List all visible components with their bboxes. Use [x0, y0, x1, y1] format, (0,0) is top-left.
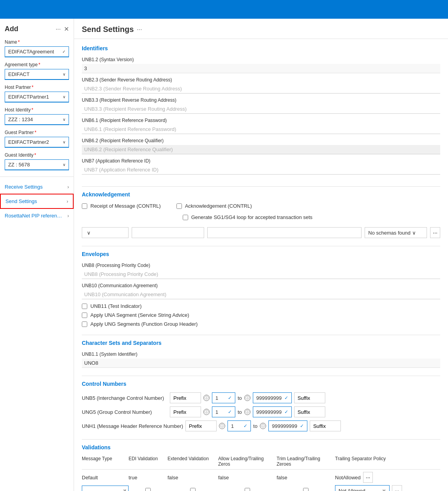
unb61-input[interactable] — [82, 125, 440, 134]
ung5-prefix-input[interactable] — [170, 406, 201, 417]
val-input-trim-leading-container — [277, 488, 335, 491]
check-icon: ✓ — [228, 395, 232, 401]
unh1-label: UNH1 (Message Header Reference Number) — [82, 423, 183, 429]
guest-partner-field-group: Guest Partner* EDIFACTPartner2 ∨ — [0, 130, 74, 152]
una-segment-checkbox-row: Apply UNA Segment (Service String Advice… — [82, 312, 440, 318]
unb11-checkbox[interactable] — [82, 304, 87, 309]
receipt-message-checkbox[interactable] — [82, 203, 87, 209]
host-partner-label: Host Partner* — [5, 85, 69, 90]
unb23-input[interactable] — [82, 84, 440, 94]
divider — [0, 177, 74, 177]
unh1-suffix-input[interactable] — [310, 420, 341, 431]
sidebar-close-button[interactable]: ✕ — [64, 25, 69, 33]
schema-more-button[interactable]: ··· — [430, 227, 440, 238]
unh1-prefix-input[interactable] — [185, 420, 217, 431]
chevron-right-icon: › — [67, 184, 69, 190]
acknowledgement-contrl-checkbox[interactable] — [176, 203, 182, 209]
ung5-to-value[interactable]: 999999999 ✓ — [253, 406, 292, 417]
val-default-more-button[interactable]: ··· — [363, 472, 373, 483]
unb7-input[interactable] — [82, 165, 440, 175]
chevron-down-icon: ∨ — [123, 488, 127, 491]
chevron-down-icon: ∨ — [63, 117, 65, 122]
not-allowed-dropdown[interactable]: Not Allowed ∨ — [335, 485, 390, 491]
unb5-to-info-icon[interactable]: ⓘ — [244, 395, 250, 401]
separator-1 — [82, 186, 440, 187]
unh1-from-value[interactable]: 1 ✓ — [228, 420, 251, 431]
chevron-down-icon: ∨ — [63, 140, 65, 144]
unb8-input[interactable] — [82, 270, 440, 279]
unb5-from-value[interactable]: 1 ✓ — [212, 392, 235, 403]
separator-2 — [82, 246, 440, 246]
ack-controls-row: ∨ No schemas found ∨ ··· — [82, 227, 440, 238]
unb12-field-group: UNB1.2 (Syntax Version) 3 — [82, 57, 440, 73]
ung5-from-value[interactable]: 1 ✓ — [212, 406, 235, 417]
identifiers-section: Identifiers UNB1.2 (Syntax Version) 3 UN… — [82, 45, 440, 178]
sidebar-item-send-settings[interactable]: Send Settings › — [0, 194, 74, 209]
ung5-info-icon[interactable]: ⓘ — [203, 409, 210, 415]
agreement-type-field-group: Agreement type* EDIFACT ∨ — [0, 62, 74, 85]
unb7-label: UNB7 (Application Reference ID) — [82, 158, 440, 164]
ack-input-1[interactable] — [132, 227, 204, 238]
control-to-label-3: to — [253, 423, 258, 429]
ack-input-2[interactable] — [207, 227, 362, 238]
unb12-label: UNB1.2 (Syntax Version) — [82, 57, 440, 62]
name-select[interactable]: EDIFACTAgreement ✓ — [5, 46, 69, 57]
unb5-info-icon[interactable]: ⓘ — [203, 395, 210, 401]
unb5-prefix-input[interactable] — [170, 392, 201, 403]
host-partner-select[interactable]: EDIFACTPartner1 ∨ — [5, 92, 69, 102]
val-input-more-button[interactable]: ··· — [392, 485, 402, 491]
ung5-to-info-icon[interactable]: ⓘ — [244, 409, 250, 415]
guest-partner-select[interactable]: EDIFACTPartner2 ∨ — [5, 137, 69, 148]
generate-sg1-checkbox-row: Generate SG1/SG4 loop for accepted trans… — [176, 214, 312, 220]
acknowledgement-section: Acknowledgement Receipt of Message (CONT… — [82, 191, 440, 238]
ung-segments-checkbox[interactable] — [82, 321, 87, 327]
separator-4 — [82, 376, 440, 376]
una-segment-checkbox[interactable] — [82, 313, 87, 318]
chevron-down-icon: ∨ — [63, 162, 65, 167]
val-default-trailing-sep: NotAllowed — [335, 475, 361, 480]
check-icon: ✓ — [228, 409, 232, 415]
main-header: Send Settings ··· — [74, 19, 448, 39]
unb62-input[interactable] — [82, 145, 440, 154]
val-trim-leading-checkbox[interactable] — [303, 488, 309, 491]
sidebar-header: Add ··· ✕ — [0, 25, 74, 39]
sidebar-more-button[interactable]: ··· — [56, 26, 61, 33]
unh1-info-icon[interactable]: ⓘ — [219, 423, 225, 429]
ack-type-dropdown[interactable]: ∨ — [82, 227, 129, 238]
ung-segments-label: Apply UNG Segments (Function Group Heade… — [90, 321, 198, 327]
unb10-label: UNB10 (Communication Agreement) — [82, 283, 440, 288]
main-more-button[interactable]: ··· — [137, 26, 142, 33]
control-numbers-section: Control Numbers UNB5 (Interchange Contro… — [82, 381, 440, 431]
val-default-trailing-sep-container: NotAllowed ··· — [335, 472, 440, 483]
sidebar-item-rosettanet[interactable]: RosettaNet PIP referen… › — [0, 209, 74, 223]
acknowledgement-section-title: Acknowledgement — [82, 191, 440, 199]
unb33-field-group: UNB3.3 (Recipient Reverse Routing Addres… — [82, 97, 440, 118]
generate-sg1-checkbox[interactable] — [183, 215, 188, 220]
unb10-input[interactable] — [82, 290, 440, 299]
schema-dropdown[interactable]: No schemas found ∨ — [365, 227, 427, 238]
ung5-suffix-input[interactable] — [294, 406, 325, 417]
name-label: Name* — [5, 39, 69, 45]
val-header-trailing-sep: Trailing Separator Policy — [335, 456, 440, 467]
receipt-message-label: Receipt of Message (CONTRL) — [90, 203, 161, 209]
host-identity-select[interactable]: ZZZ : 1234 ∨ — [5, 114, 69, 125]
unb5-to-value[interactable]: 999999999 ✓ — [253, 392, 292, 403]
guest-identity-select[interactable]: ZZ : 5678 ∨ — [5, 159, 69, 170]
val-allow-leading-checkbox[interactable] — [245, 488, 250, 491]
ung5-label: UNG5 (Group Control Number) — [82, 409, 168, 415]
val-input-allow-leading-container — [218, 488, 277, 491]
unb11-label: UNB11 (Test Indicator) — [90, 303, 142, 309]
unh1-to-value[interactable]: 999999999 ✓ — [268, 420, 307, 431]
char-sets-section-title: Character Sets and Separators — [82, 340, 440, 348]
unb5-suffix-input[interactable] — [294, 392, 325, 403]
unb5-label: UNB5 (Interchange Control Number) — [82, 395, 168, 401]
unb33-input[interactable] — [82, 104, 440, 114]
sidebar-item-receive-settings[interactable]: Receive Settings › — [0, 180, 74, 194]
agreement-type-select[interactable]: EDIFACT ∨ — [5, 69, 69, 80]
chevron-down-icon: ∨ — [63, 72, 65, 76]
val-edi-checkbox[interactable] — [145, 488, 151, 491]
control-to-label-2: to — [238, 409, 242, 415]
val-ext-checkbox[interactable] — [190, 488, 196, 491]
unh1-to-info-icon[interactable]: ⓘ — [260, 423, 266, 429]
val-message-type-select[interactable]: ∨ — [82, 486, 129, 491]
